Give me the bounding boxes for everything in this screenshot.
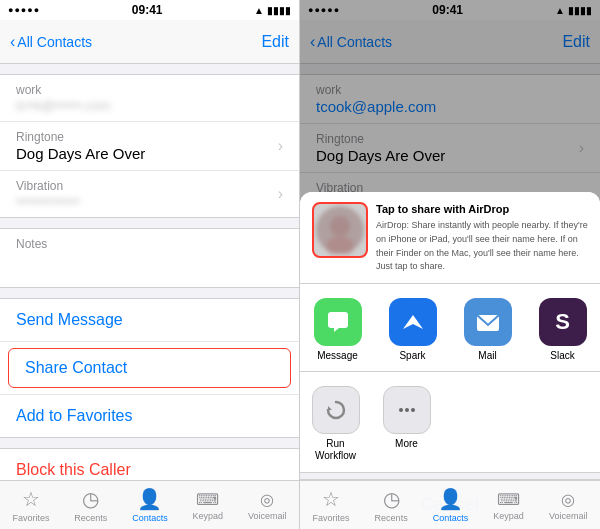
svg-point-2 bbox=[330, 216, 350, 236]
right-tab-recents[interactable]: ◷ Recents bbox=[375, 487, 408, 523]
keypad-icon: ⌨ bbox=[196, 490, 219, 509]
spacer-1 bbox=[454, 386, 510, 462]
share-spark-button[interactable]: Spark bbox=[389, 298, 437, 361]
left-tab-bar: ☆ Favorites ◷ Recents 👤 Contacts ⌨ Keypa… bbox=[0, 480, 299, 529]
more-icon bbox=[383, 386, 431, 434]
chevron-left-icon: ‹ bbox=[10, 33, 15, 51]
favorites-label: Favorites bbox=[12, 513, 49, 523]
notes-label: Notes bbox=[16, 237, 283, 251]
left-status-bar: ●●●●● 09:41 ▲ ▮▮▮▮ bbox=[0, 0, 299, 20]
left-panel: ●●●●● 09:41 ▲ ▮▮▮▮ ‹ All Contacts Edit w… bbox=[0, 0, 300, 529]
right-tab-bar: ☆ Favorites ◷ Recents 👤 Contacts ⌨ Keypa… bbox=[300, 480, 600, 529]
block-caller-button[interactable]: Block this Caller bbox=[0, 449, 299, 480]
spark-icon bbox=[389, 298, 437, 346]
work-value: tc••k@••••••.com bbox=[16, 98, 283, 113]
right-panel: ●●●●● 09:41 ▲ ▮▮▮▮ ‹ All Contacts Edit w… bbox=[300, 0, 600, 529]
right-recents-icon: ◷ bbox=[383, 487, 400, 511]
actions-group-1: Send Message Share Contact Add to Favori… bbox=[0, 298, 299, 438]
tab-voicemail[interactable]: ◎ Voicemail bbox=[248, 490, 287, 521]
slack-icon: S bbox=[539, 298, 587, 346]
ringtone-arrow-icon: › bbox=[278, 137, 283, 155]
spark-label: Spark bbox=[399, 350, 425, 361]
more-label: More bbox=[395, 438, 418, 449]
favorites-icon: ☆ bbox=[22, 487, 40, 511]
right-tab-keypad[interactable]: ⌨ Keypad bbox=[493, 490, 524, 521]
vibration-label: Vibration bbox=[16, 179, 80, 193]
share-workflow-button[interactable]: RunWorkflow bbox=[312, 386, 360, 462]
add-to-favorites-button[interactable]: Add to Favorites bbox=[0, 395, 299, 437]
work-label: work bbox=[16, 83, 283, 97]
vibration-content: Vibration •••••••••••••• bbox=[16, 179, 80, 209]
spacer-2 bbox=[533, 386, 589, 462]
right-keypad-icon: ⌨ bbox=[497, 490, 520, 509]
keypad-label: Keypad bbox=[193, 511, 224, 521]
recents-label: Recents bbox=[74, 513, 107, 523]
airdrop-title: Tap to share with AirDrop bbox=[376, 202, 588, 216]
svg-point-1 bbox=[326, 236, 354, 254]
contacts-label: Contacts bbox=[132, 513, 168, 523]
left-time: 09:41 bbox=[132, 3, 163, 17]
vibration-arrow-icon: › bbox=[278, 185, 283, 203]
right-contacts-label: Contacts bbox=[433, 513, 469, 523]
svg-rect-8 bbox=[321, 395, 351, 425]
right-keypad-label: Keypad bbox=[493, 511, 524, 521]
voicemail-label: Voicemail bbox=[248, 511, 287, 521]
share-contact-button[interactable]: Share Contact bbox=[8, 348, 291, 388]
workflow-label: RunWorkflow bbox=[315, 438, 356, 462]
send-message-button[interactable]: Send Message bbox=[0, 299, 299, 342]
left-battery-area: ▲ ▮▮▮▮ bbox=[254, 5, 291, 16]
left-signal: ●●●●● bbox=[8, 5, 40, 15]
airdrop-description: Tap to share with AirDrop AirDrop: Share… bbox=[376, 202, 588, 273]
voicemail-icon: ◎ bbox=[260, 490, 274, 509]
left-scroll-area[interactable]: work tc••k@••••••.com Ringtone Dog Days … bbox=[0, 64, 299, 480]
share-more-button[interactable]: More bbox=[383, 386, 431, 462]
left-edit-button[interactable]: Edit bbox=[261, 33, 289, 51]
left-nav-bar: ‹ All Contacts Edit bbox=[0, 20, 299, 64]
airdrop-desc-text: AirDrop: Share instantly with people nea… bbox=[376, 220, 588, 271]
notes-section: Notes bbox=[0, 228, 299, 288]
share-message-button[interactable]: Message bbox=[314, 298, 362, 361]
svg-point-11 bbox=[399, 408, 403, 412]
avatar bbox=[316, 206, 364, 254]
vibration-value: •••••••••••••• bbox=[16, 194, 80, 209]
share-mail-button[interactable]: Mail bbox=[464, 298, 512, 361]
tab-recents[interactable]: ◷ Recents bbox=[74, 487, 107, 523]
left-back-label: All Contacts bbox=[17, 34, 92, 50]
vibration-field-row[interactable]: Vibration •••••••••••••• › bbox=[0, 171, 299, 217]
mail-label: Mail bbox=[478, 350, 496, 361]
recents-icon: ◷ bbox=[82, 487, 99, 511]
airdrop-section: Tap to share with AirDrop AirDrop: Share… bbox=[300, 192, 600, 284]
slack-label: Slack bbox=[550, 350, 574, 361]
share-apps-row2: RunWorkflow More bbox=[300, 372, 600, 473]
share-overlay: Tap to share with AirDrop AirDrop: Share… bbox=[300, 0, 600, 529]
actions-group-2: Block this Caller bbox=[0, 448, 299, 480]
tab-favorites[interactable]: ☆ Favorites bbox=[12, 487, 49, 523]
battery-icon: ▮▮▮▮ bbox=[267, 5, 291, 16]
left-fields-group: work tc••k@••••••.com Ringtone Dog Days … bbox=[0, 74, 299, 218]
wifi-icon: ▲ bbox=[254, 5, 264, 16]
share-sheet: Tap to share with AirDrop AirDrop: Share… bbox=[300, 192, 600, 529]
right-contacts-icon: 👤 bbox=[438, 487, 463, 511]
tab-keypad[interactable]: ⌨ Keypad bbox=[193, 490, 224, 521]
tab-contacts[interactable]: 👤 Contacts bbox=[132, 487, 168, 523]
ringtone-label: Ringtone bbox=[16, 130, 145, 144]
right-voicemail-label: Voicemail bbox=[549, 511, 588, 521]
share-slack-button[interactable]: S Slack bbox=[539, 298, 587, 361]
mail-icon bbox=[464, 298, 512, 346]
messages-icon bbox=[314, 298, 362, 346]
left-back-button[interactable]: ‹ All Contacts bbox=[10, 33, 92, 51]
ringtone-content: Ringtone Dog Days Are Over bbox=[16, 130, 145, 162]
svg-point-13 bbox=[411, 408, 415, 412]
ringtone-value: Dog Days Are Over bbox=[16, 145, 145, 162]
messages-label: Message bbox=[317, 350, 358, 361]
contact-thumbnail bbox=[312, 202, 368, 258]
work-field-row: work tc••k@••••••.com bbox=[0, 75, 299, 122]
share-apps-row1: Message Spark bbox=[300, 284, 600, 372]
right-favorites-label: Favorites bbox=[313, 513, 350, 523]
right-tab-contacts[interactable]: 👤 Contacts bbox=[433, 487, 469, 523]
right-tab-favorites[interactable]: ☆ Favorites bbox=[313, 487, 350, 523]
svg-point-12 bbox=[405, 408, 409, 412]
ringtone-field-row[interactable]: Ringtone Dog Days Are Over › bbox=[0, 122, 299, 171]
right-favorites-icon: ☆ bbox=[322, 487, 340, 511]
right-tab-voicemail[interactable]: ◎ Voicemail bbox=[549, 490, 588, 521]
